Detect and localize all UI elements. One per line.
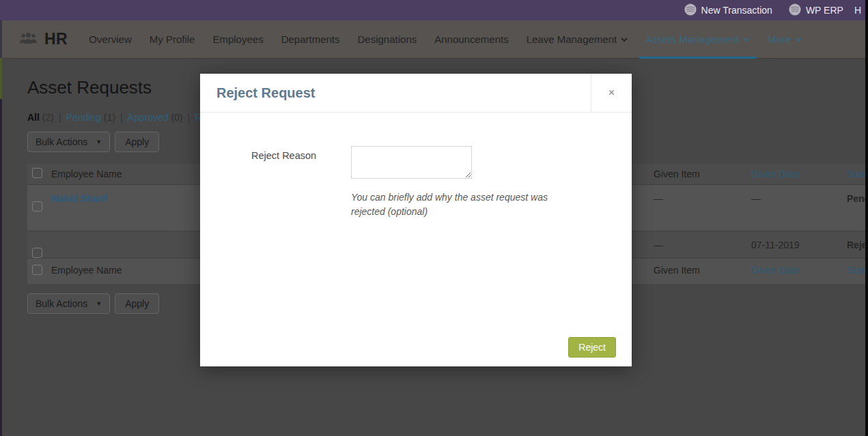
bulk-actions-select[interactable]: Bulk Actions ▼ (27, 293, 110, 314)
column-header-given-item: Given Item (654, 164, 751, 179)
admin-bar-item-label: New Transaction (701, 5, 772, 16)
reject-reason-field-group: You can briefly add why the asset reques… (351, 146, 559, 219)
nav-item-more[interactable]: More (759, 20, 811, 58)
given-item-value: — (654, 185, 751, 204)
admin-bar-new-transaction[interactable]: New Transaction (684, 3, 772, 18)
nav-item-employees[interactable]: Employees (204, 20, 272, 58)
modal-title: Reject Request (216, 85, 316, 101)
modal-header: Reject Request × (200, 74, 632, 113)
filter-all[interactable]: All (2) (27, 112, 54, 123)
column-header-given-date[interactable]: Given Date (751, 164, 847, 179)
wp-erp-logo-icon (789, 3, 801, 18)
nav-item-label: Employees (212, 33, 263, 45)
nav-item-my-profile[interactable]: My Profile (141, 20, 204, 58)
row-checkbox[interactable] (32, 248, 42, 258)
reject-reason-textarea[interactable] (351, 146, 472, 179)
nav-item-label: More (768, 33, 791, 45)
admin-sidebar-edge (0, 20, 2, 58)
close-icon[interactable]: × (591, 74, 632, 112)
nav-item-departments[interactable]: Departments (272, 20, 349, 58)
filter-count: (1) (104, 112, 115, 123)
people-group-icon (19, 32, 38, 47)
nav-item-label: Designations (358, 33, 417, 45)
select-all-checkbox[interactable] (32, 168, 42, 178)
nav-item-label: Overview (89, 33, 132, 45)
wp-erp-logo-icon (684, 3, 697, 18)
column-footer-given-item: Given Item (654, 259, 751, 276)
given-item-value: — (654, 231, 751, 250)
nav-item-label: Announcements (434, 33, 508, 45)
modal-body: Reject Reason You can briefly add why th… (200, 113, 632, 219)
hr-brand-label: HR (44, 30, 68, 48)
column-footer-given-date[interactable]: Given Date (751, 259, 847, 276)
filter-separator: | (120, 112, 123, 123)
chevron-down-icon (743, 38, 750, 42)
reject-reason-help-text: You can briefly add why the asset reques… (351, 190, 559, 219)
filter-pending[interactable]: Pending (1) (66, 112, 115, 123)
filter-label: All (27, 112, 40, 123)
nav-item-designations[interactable]: Designations (349, 20, 426, 58)
admin-sidebar-edge (0, 99, 2, 436)
filter-label: Pending (66, 112, 101, 123)
nav-item-label: Assets Management (645, 33, 739, 45)
admin-bar-item-label: WP ERP (806, 5, 843, 16)
admin-bar: New Transaction WP ERP H (0, 0, 868, 20)
reject-reason-label: Reject Reason (251, 146, 351, 219)
reject-submit-button[interactable]: Reject (568, 337, 616, 358)
dropdown-arrow-icon: ▼ (96, 139, 102, 145)
chevron-down-icon (795, 38, 802, 42)
filter-count: (2) (42, 112, 54, 123)
nav-item-label: Departments (281, 33, 340, 45)
nav-item-assets-management[interactable]: Assets Management (636, 20, 759, 58)
bulk-actions-label: Bulk Actions (36, 136, 87, 147)
apply-button[interactable]: Apply (115, 132, 159, 152)
reject-request-modal: Reject Request × Reject Reason You can b… (200, 74, 632, 366)
filter-label: Approved (128, 112, 169, 123)
filter-count: (0) (171, 112, 182, 123)
bulk-actions-label: Bulk Actions (36, 298, 87, 309)
window-edge-strip (865, 0, 868, 436)
nav-item-overview[interactable]: Overview (80, 20, 141, 58)
admin-sidebar-active-edge (0, 58, 2, 99)
admin-bar-wp-erp[interactable]: WP ERP (789, 3, 843, 18)
nav-item-announcements[interactable]: Announcements (425, 20, 517, 58)
nav-items: Overview My Profile Employees Department… (80, 20, 811, 58)
given-date-value: — (751, 185, 847, 204)
row-checkbox[interactable] (32, 201, 42, 212)
chevron-down-icon (621, 38, 628, 42)
bulk-actions-select[interactable]: Bulk Actions ▼ (27, 132, 110, 152)
hr-brand[interactable]: HR (19, 30, 68, 48)
admin-bar-truncated-item[interactable]: H (854, 5, 861, 16)
nav-item-leave-management[interactable]: Leave Management (518, 20, 637, 58)
nav-item-label: Leave Management (527, 33, 617, 45)
given-date-value: 07-11-2019 (751, 231, 847, 250)
filter-separator: | (188, 112, 191, 123)
apply-button[interactable]: Apply (115, 293, 159, 314)
dropdown-arrow-icon: ▼ (96, 300, 102, 307)
filter-separator: | (59, 112, 61, 123)
filter-approved[interactable]: Approved (0) (128, 112, 183, 123)
select-all-checkbox[interactable] (32, 265, 42, 275)
employee-name-link[interactable]: Nahid Sharif (51, 193, 107, 204)
hr-nav-bar: HR Overview My Profile Employees Departm… (0, 20, 868, 59)
nav-item-label: My Profile (150, 33, 195, 45)
